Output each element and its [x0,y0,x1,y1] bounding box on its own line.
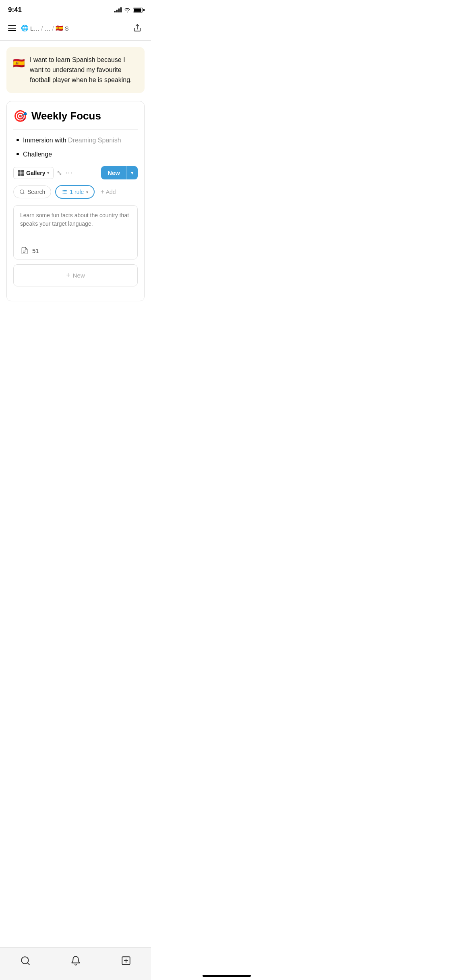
bullet-list: Immersion with Dreaming Spanish Challeng… [13,136,138,159]
bullet-text-2: Challenge [23,150,52,159]
motivation-flag: 🇪🇸 [13,56,25,70]
hamburger-menu[interactable] [6,24,18,33]
gallery-toolbar: Gallery ▾ ⤡ ··· New ▾ [13,166,138,179]
breadcrumb-globe-icon: 🌐 [21,25,29,32]
list-item: Immersion with Dreaming Spanish [17,136,138,145]
status-icons [114,8,143,12]
weekly-focus-header: 🎯 Weekly Focus [13,109,138,130]
resize-icon[interactable]: ⤡ [57,169,62,177]
nav-bar: 🌐 L… / … / 🇪🇸 S [0,18,151,41]
battery-icon [133,8,143,12]
dreaming-spanish-link[interactable]: Dreaming Spanish [68,137,121,144]
new-button-chevron[interactable]: ▾ [126,166,138,179]
add-label: Add [106,189,116,195]
status-bar: 9:41 [0,0,151,18]
motivation-card: 🇪🇸 I want to learn Spanish because I wan… [6,47,145,93]
breadcrumb-flag-icon: 🇪🇸 [56,25,63,32]
add-new-row[interactable]: + New [13,264,138,286]
add-new-label: New [73,272,85,279]
gallery-label: Gallery [26,170,45,176]
breadcrumb-sep2: / [52,25,54,32]
weekly-focus-emoji: 🎯 [13,109,27,123]
add-button[interactable]: + Add [100,188,116,196]
breadcrumb-s[interactable]: S [65,25,69,32]
wifi-icon [124,8,130,12]
status-time: 9:41 [8,6,22,14]
weekly-focus-title: Weekly Focus [31,110,101,122]
add-plus-icon: + [100,188,104,196]
gallery-card-body: Learn some fun facts about the country t… [14,206,137,242]
rule-pill[interactable]: 1 rule ▾ [55,185,95,199]
gallery-card-footer: 51 [14,242,137,259]
search-label: Search [27,189,45,195]
new-button[interactable]: New [101,166,126,179]
bullet-plain-1: Immersion with [23,137,68,144]
share-button[interactable] [130,21,145,35]
new-button-group: New ▾ [101,166,138,179]
filter-icon [62,189,67,195]
breadcrumb-sep1: / [41,25,43,32]
signal-icon [114,8,122,12]
document-icon [20,246,29,255]
bullet-dot [17,153,19,155]
bullet-dot [17,139,19,141]
gallery-card-text: Learn some fun facts about the country t… [20,212,129,227]
gallery-button[interactable]: Gallery ▾ [13,167,54,179]
search-pill[interactable]: Search [13,185,51,198]
breadcrumb: 🌐 L… / … / 🇪🇸 S [21,25,127,32]
gallery-icon [18,170,24,176]
breadcrumb-l[interactable]: L… [30,25,39,32]
card-number: 51 [32,247,39,254]
rule-label: 1 rule [70,189,84,195]
ellipsis-icon[interactable]: ··· [65,169,72,177]
svg-line-2 [23,193,25,194]
add-new-plus-icon: + [66,271,70,280]
gallery-chevron-icon: ▾ [47,171,49,175]
breadcrumb-ellipsis[interactable]: … [45,25,51,32]
weekly-focus-card: 🎯 Weekly Focus Immersion with Dreaming S… [6,101,145,301]
rule-chevron-icon: ▾ [86,190,88,194]
gallery-card: Learn some fun facts about the country t… [13,205,138,259]
bullet-text-1: Immersion with Dreaming Spanish [23,136,121,145]
main-content: 🇪🇸 I want to learn Spanish because I wan… [0,41,151,344]
list-item: Challenge [17,150,138,159]
filter-bar: Search 1 rule ▾ + Add [13,185,138,199]
motivation-text: I want to learn Spanish because I want t… [30,55,138,85]
search-icon [19,189,25,195]
